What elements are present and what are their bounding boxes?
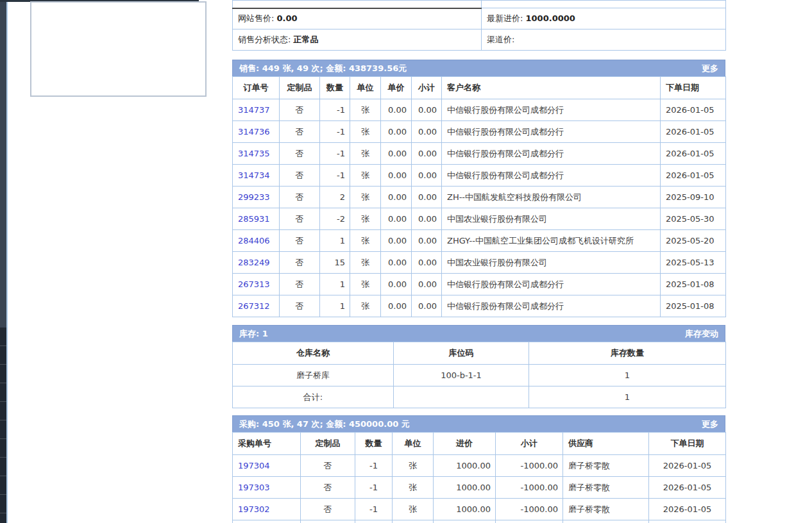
- table-cell: -1: [355, 477, 393, 499]
- table-cell: 否: [301, 477, 355, 499]
- table-cell: 0.00: [412, 99, 442, 121]
- sidebar-divider[interactable]: [6, 0, 8, 523]
- info-field: 网站售价: 0.00: [233, 8, 482, 29]
- table-row: 合计:1: [233, 386, 726, 408]
- table-cell: 中信银行股份有限公司成都分行: [442, 121, 661, 143]
- table-cell: 中国农业银行股份有限公司: [442, 208, 661, 230]
- table-cell: 2025-05-13: [661, 252, 726, 274]
- table-cell: 0.00: [412, 274, 442, 295]
- table-cell: 张: [350, 208, 381, 230]
- table-cell: 张: [393, 455, 434, 477]
- table-cell: 2026-01-05: [649, 477, 726, 499]
- table-cell: 1000.00: [434, 499, 496, 520]
- sales-order-link[interactable]: 283249: [238, 258, 270, 267]
- order-number-cell: 314737: [233, 99, 280, 121]
- table-cell: 张: [350, 99, 381, 121]
- table-cell: 否: [280, 99, 320, 121]
- sales-order-link[interactable]: 284406: [238, 236, 270, 245]
- table-cell: 0.00: [381, 165, 412, 187]
- table-row: 299233否2张0.000.00ZH--中国航发航空科技股份有限公司2025-…: [233, 187, 726, 208]
- table-cell: -1: [320, 143, 350, 165]
- table-cell: 否: [280, 274, 320, 295]
- column-header: 数量: [355, 433, 393, 455]
- table-cell: 2025-05-20: [661, 230, 726, 252]
- order-number-cell: 267313: [233, 274, 280, 295]
- inventory-section-header: 库存: 1 库存变动: [232, 325, 725, 342]
- table-cell: 2025-05-30: [661, 208, 726, 230]
- sales-more-link[interactable]: 更多: [702, 60, 718, 77]
- table-cell: 1: [320, 274, 350, 295]
- column-header: 单位: [350, 77, 381, 99]
- column-header: 小计: [412, 77, 442, 99]
- column-header: 定制品: [280, 77, 320, 99]
- table-cell: 0.00: [381, 230, 412, 252]
- purchase-order-link[interactable]: 197304: [238, 461, 270, 470]
- table-cell: [496, 520, 563, 523]
- table-cell: 2026-01-05: [661, 143, 726, 165]
- table-cell: 2: [320, 187, 350, 208]
- left-empty-panel: [30, 1, 207, 97]
- column-header: 库存数量: [529, 342, 726, 365]
- sales-order-link[interactable]: 314735: [238, 149, 270, 158]
- order-number-cell: 284406: [233, 230, 280, 252]
- column-header: 下单日期: [661, 77, 726, 99]
- table-cell: [649, 520, 726, 523]
- table-cell: 0.00: [412, 165, 442, 187]
- table-cell: 0.00: [381, 208, 412, 230]
- table-cell: 否: [301, 455, 355, 477]
- sales-order-link[interactable]: 299233: [238, 192, 270, 202]
- table-cell: 否: [280, 143, 320, 165]
- sales-order-link[interactable]: 267312: [238, 301, 270, 311]
- order-number-cell: 314736: [233, 121, 280, 143]
- table-cell: 否: [280, 187, 320, 208]
- table-cell: ZHGY--中国航空工业集团公司成都飞机设计研究所: [442, 230, 661, 252]
- sales-order-link[interactable]: 314737: [238, 105, 270, 115]
- table-cell: 0.00: [381, 99, 412, 121]
- table-cell: 否: [280, 165, 320, 187]
- table-row: 磨子桥库100-b-1-11: [233, 365, 726, 386]
- column-header: 进价: [434, 433, 496, 455]
- sales-order-link[interactable]: 285931: [238, 214, 270, 224]
- sales-table: 订单号定制品数量单位单价小计客户名称下单日期314737否-1张0.000.00…: [232, 76, 726, 317]
- sales-order-link[interactable]: 314734: [238, 170, 270, 180]
- column-header: 订单号: [233, 77, 280, 99]
- table-cell: 中信银行股份有限公司成都分行: [442, 274, 661, 295]
- info-label: 销售分析状态:: [238, 35, 291, 44]
- inventory-change-link[interactable]: 库存变动: [685, 326, 718, 342]
- table-row: 197303否-1张1000.00-1000.00磨子桥零散2026-01-05: [233, 477, 726, 499]
- table-cell: 0.00: [412, 230, 442, 252]
- sales-order-link[interactable]: 267313: [238, 279, 270, 289]
- table-cell: 1: [320, 230, 350, 252]
- left-sidebar-collapsed[interactable]: [0, 0, 6, 523]
- info-cell-cutoff: [233, 1, 482, 8]
- info-label: 网站售价:: [238, 13, 274, 23]
- table-cell: 否: [280, 208, 320, 230]
- table-cell: 否: [301, 499, 355, 520]
- table-cell: 2025-01-08: [661, 295, 726, 317]
- purchase-order-link[interactable]: 197303: [238, 483, 270, 492]
- sales-section-header: 销售: 449 张, 49 次; 金额: 438739.56元 更多: [232, 60, 725, 76]
- screen: 网站售价: 0.00最新进价: 1000.0000销售分析状态: 正常品渠道价:…: [0, 0, 812, 523]
- column-header: 小计: [496, 433, 563, 455]
- sales-section: 销售: 449 张, 49 次; 金额: 438739.56元 更多 订单号定制…: [232, 60, 725, 317]
- table-cell: 否: [280, 121, 320, 143]
- table-cell: 中信银行股份有限公司成都分行: [442, 295, 661, 317]
- info-value: 1000.0000: [526, 13, 575, 23]
- table-cell: 磨子桥零散: [563, 455, 649, 477]
- info-cell-cutoff: [482, 1, 726, 8]
- table-row: 267312否1张0.000.00中信银行股份有限公司成都分行2025-01-0…: [233, 295, 726, 317]
- info-field: 最新进价: 1000.0000: [482, 8, 726, 29]
- table-row: 314734否-1张0.000.00中信银行股份有限公司成都分行2026-01-…: [233, 165, 726, 187]
- table-cell: 0.00: [412, 252, 442, 274]
- purchase-order-link[interactable]: 197302: [238, 504, 270, 514]
- table-cell: 张: [350, 143, 381, 165]
- purchase-section: 采购: 450 张, 47 次; 金额: 450000.00 元 更多 采购单号…: [232, 415, 725, 523]
- sales-order-link[interactable]: 314736: [238, 127, 270, 137]
- purchase-more-link[interactable]: 更多: [702, 416, 718, 433]
- table-cell: -1: [320, 121, 350, 143]
- table-cell: 否: [280, 230, 320, 252]
- table-row: 314736否-1张0.000.00中信银行股份有限公司成都分行2026-01-…: [233, 121, 726, 143]
- purchase-section-header: 采购: 450 张, 47 次; 金额: 450000.00 元 更多: [232, 415, 725, 432]
- table-cell: 磨子桥零散: [563, 499, 649, 520]
- table-cell: 否: [280, 295, 320, 317]
